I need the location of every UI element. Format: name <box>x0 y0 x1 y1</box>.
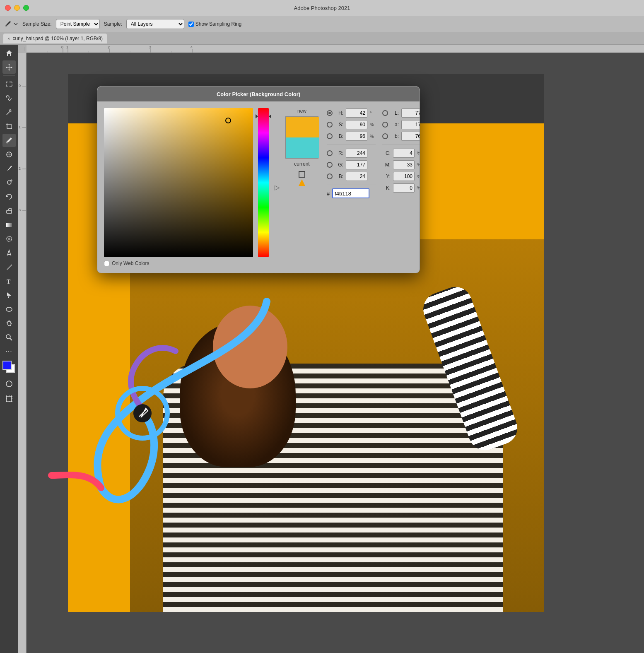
s-input[interactable] <box>346 120 367 129</box>
y-label: Y: <box>382 173 391 179</box>
b-input[interactable] <box>346 132 367 141</box>
close-button[interactable] <box>5 5 11 11</box>
maximize-button[interactable] <box>23 5 29 11</box>
color-preview-current[interactable] <box>286 137 319 158</box>
svg-text:T: T <box>7 279 11 285</box>
eyedropper-tool-btn[interactable] <box>4 20 18 28</box>
b3-input[interactable] <box>401 132 420 141</box>
k-row: K: % <box>382 183 420 193</box>
color-preview-new[interactable] <box>286 117 319 137</box>
svg-rect-5 <box>7 210 12 213</box>
hex-input[interactable] <box>332 188 369 198</box>
ellipse-tool[interactable] <box>2 303 16 316</box>
sample-select[interactable]: All Layers <box>126 19 184 29</box>
zoom-tool[interactable] <box>2 331 16 344</box>
eyedropper-sidebar-icon <box>5 137 13 144</box>
svg-text:2: 2 <box>19 166 21 171</box>
gradient-tool[interactable] <box>2 218 16 231</box>
window-title: Adobe Photoshop 2021 <box>294 5 350 11</box>
eyedropper-sidebar-tool[interactable] <box>2 134 16 147</box>
triangle-icon: ▷ <box>275 183 280 191</box>
a-row: a: <box>382 120 420 130</box>
ruler-top: 1 2 3 4 0 <box>27 45 644 53</box>
color-field[interactable] <box>104 108 253 257</box>
ellipse-icon <box>5 306 13 313</box>
values-right-col: L: a: <box>382 108 420 198</box>
home-tool[interactable] <box>2 46 16 60</box>
type-tool[interactable]: T <box>2 275 16 288</box>
values-columns: H: ° S: % <box>327 108 420 198</box>
b-radio[interactable] <box>327 133 333 139</box>
select-arrow-tool[interactable] <box>2 289 16 302</box>
move-tool[interactable] <box>2 60 16 74</box>
color-preview-box[interactable] <box>285 116 318 159</box>
dodge-tool[interactable] <box>2 246 16 260</box>
hue-slider[interactable] <box>258 108 269 257</box>
color-field-wrap[interactable] <box>104 108 253 257</box>
color-field-overlay <box>104 108 253 257</box>
pen-tool[interactable] <box>2 260 16 274</box>
h-label: H: <box>335 110 343 116</box>
m-input[interactable] <box>393 160 415 169</box>
show-sampling-ring-checkbox[interactable] <box>188 22 194 27</box>
b2-input[interactable] <box>346 172 367 181</box>
h-radio[interactable] <box>327 110 333 116</box>
h-row: H: ° <box>327 108 376 118</box>
svg-text:1: 1 <box>66 45 68 49</box>
marquee-rect-icon <box>5 80 13 88</box>
dodge-icon <box>5 249 13 257</box>
r-radio[interactable] <box>327 150 333 156</box>
l-input[interactable] <box>401 108 420 118</box>
crop-tool[interactable] <box>2 120 16 133</box>
eraser-tool[interactable] <box>2 204 16 217</box>
r-input[interactable] <box>346 149 367 158</box>
svg-rect-13 <box>7 396 12 401</box>
history-brush-tool[interactable] <box>2 190 16 203</box>
heal-tool[interactable] <box>2 148 16 161</box>
c-input[interactable] <box>393 149 415 158</box>
a-input[interactable] <box>401 120 420 129</box>
only-web-colors-checkbox[interactable] <box>104 261 109 266</box>
y-input[interactable] <box>393 172 415 181</box>
tab-close-button[interactable]: × <box>7 36 10 41</box>
show-sampling-ring-label[interactable]: Show Sampling Ring <box>188 21 241 27</box>
l-radio[interactable] <box>382 110 388 116</box>
main-area: T ··· <box>0 45 644 653</box>
color-boxes <box>2 361 16 373</box>
svg-rect-1 <box>6 82 12 86</box>
quick-mask-tool[interactable] <box>2 377 16 390</box>
g-input[interactable] <box>346 160 367 169</box>
b3-radio[interactable] <box>382 133 388 139</box>
more-tools[interactable]: ··· <box>2 345 16 358</box>
foreground-color-box[interactable] <box>2 361 12 370</box>
b2-radio[interactable] <box>327 173 333 179</box>
lasso-tool[interactable] <box>2 92 16 105</box>
hue-slider-wrap[interactable] <box>258 108 269 257</box>
b3-label: b: <box>391 133 399 139</box>
r-label: R: <box>335 150 343 156</box>
clone-stamp-tool[interactable] <box>2 176 16 189</box>
hand-tool[interactable] <box>2 317 16 330</box>
k-input[interactable] <box>393 183 415 193</box>
left-toolbar: T ··· <box>0 45 18 653</box>
artboard-tool[interactable] <box>2 392 16 405</box>
web-cube-icon <box>299 171 305 178</box>
s-radio[interactable] <box>327 122 333 128</box>
wand-tool[interactable] <box>2 106 16 119</box>
minimize-button[interactable] <box>14 5 20 11</box>
brush-tool[interactable] <box>2 162 16 175</box>
color-preview-section: new current <box>285 108 318 266</box>
blur-tool[interactable] <box>2 232 16 246</box>
tool-separator-1 <box>3 75 15 76</box>
a-radio[interactable] <box>382 122 388 128</box>
document-tab[interactable]: × curly_hair.psd @ 100% (Layer 1, RGB/8) <box>3 34 107 43</box>
sample-size-select[interactable]: Point Sample <box>56 19 100 29</box>
color-picker-dialog[interactable]: Color Picker (Background Color) <box>97 86 420 273</box>
g-radio[interactable] <box>327 162 333 168</box>
h-input[interactable] <box>346 108 367 118</box>
face-area <box>213 306 287 388</box>
b2-label: B: <box>335 173 343 179</box>
svg-point-12 <box>6 381 12 387</box>
marquee-rect-tool[interactable] <box>2 77 16 91</box>
brush-icon <box>5 165 13 172</box>
